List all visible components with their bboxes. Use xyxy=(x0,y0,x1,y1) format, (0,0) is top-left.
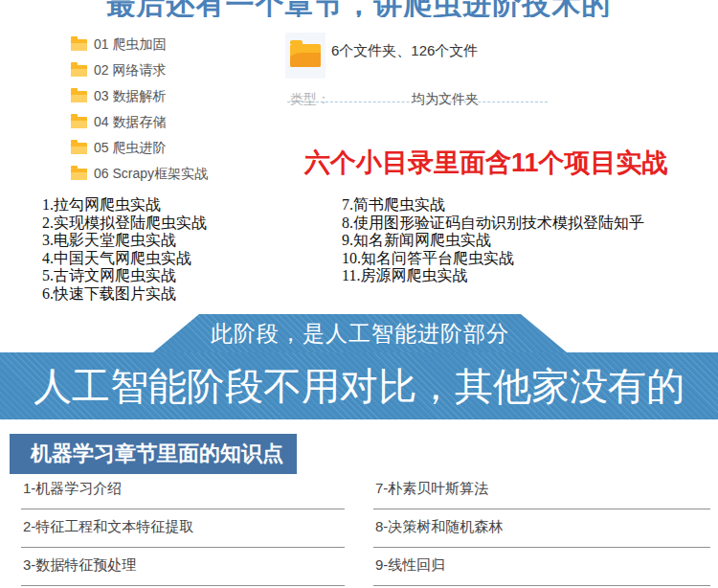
folder-summary: 6个文件夹、126个文件 xyxy=(331,42,478,60)
folder-icon xyxy=(71,39,87,51)
folder-icon xyxy=(71,169,87,180)
project-item: 2.实现模拟登陆爬虫实战 xyxy=(42,215,207,233)
top-caption-clip: 最后还有一个章节，讲爬虫进阶技术的 xyxy=(0,0,718,17)
top-caption: 最后还有一个章节，讲爬虫进阶技术的 xyxy=(0,0,718,17)
folder-item[interactable]: 06 Scrapy框架实战 xyxy=(71,161,208,187)
folder-item-label: 05 爬虫进阶 xyxy=(94,140,166,157)
folder-item-label: 04 数据存储 xyxy=(94,114,166,131)
folder-item-label: 03 数据解析 xyxy=(94,88,166,105)
folder-item-label: 02 网络请求 xyxy=(94,62,166,79)
folder-icon xyxy=(71,143,87,154)
highlight-text: 六个小目录里面含11个项目实战 xyxy=(304,146,668,180)
folder-item[interactable]: 05 爬虫进阶 xyxy=(71,135,208,161)
folder-item[interactable]: 04 数据存储 xyxy=(71,109,208,135)
ml-list-right: 7-朴素贝叶斯算法 8-决策树和随机森林 9-线性回归 xyxy=(373,471,710,586)
banner-title: 人工智能阶段不用对比，其他家没有的 xyxy=(34,360,684,413)
folder-item-label: 06 Scrapy框架实战 xyxy=(94,166,208,183)
folder-item[interactable]: 01 爬虫加固 xyxy=(71,32,208,57)
project-item: 6.快速下载图片实战 xyxy=(42,285,207,304)
project-item: 11.房源网爬虫实战 xyxy=(342,267,644,285)
folder-icon xyxy=(71,65,87,77)
folder-list: 01 爬虫加固 02 网络请求 03 数据解析 04 数据存储 05 爬虫进阶 … xyxy=(71,32,208,187)
ml-section-header: 机器学习章节里面的知识点 xyxy=(10,434,297,474)
ml-item: 8-决策树和随机森林 xyxy=(373,509,710,548)
type-value: 均为文件夹 xyxy=(412,91,479,108)
banner-tab: 此阶段，是人工智能进阶部分 xyxy=(153,314,567,352)
project-item: 10.知名问答平台爬虫实战 xyxy=(342,250,644,268)
ml-item: 9-线性回归 xyxy=(373,548,710,586)
project-item: 7.简书爬虫实战 xyxy=(342,196,644,215)
ml-item: 1-机器学习介绍 xyxy=(21,471,345,509)
folder-item-label: 01 爬虫加固 xyxy=(94,36,166,54)
big-folder-icon xyxy=(285,33,325,79)
project-item: 1.拉勾网爬虫实战 xyxy=(42,196,207,215)
ml-list-left: 1-机器学习介绍 2-特征工程和文本特征提取 3-数据特征预处理 xyxy=(21,471,345,586)
project-list-right: 7.简书爬虫实战 8.使用图形验证码自动识别技术模拟登陆知乎 9.知名新闻网爬虫… xyxy=(342,196,644,285)
project-item: 4.中国天气网爬虫实战 xyxy=(42,250,207,268)
folder-item[interactable]: 02 网络请求 xyxy=(71,57,208,83)
project-list-left: 1.拉勾网爬虫实战 2.实现模拟登陆爬虫实战 3.电影天堂爬虫实战 4.中国天气… xyxy=(42,196,207,303)
banner-tab-text: 此阶段，是人工智能进阶部分 xyxy=(211,319,509,349)
folder-icon xyxy=(71,117,87,128)
ml-item: 2-特征工程和文本特征提取 xyxy=(21,509,345,548)
project-item: 9.知名新闻网爬虫实战 xyxy=(342,232,644,250)
ml-item: 3-数据特征预处理 xyxy=(21,548,345,586)
project-item: 3.电影天堂爬虫实战 xyxy=(42,232,207,250)
folder-icon xyxy=(71,91,87,102)
project-item: 8.使用图形验证码自动识别技术模拟登陆知乎 xyxy=(342,215,644,233)
type-label: 类型： xyxy=(290,91,330,108)
folder-item[interactable]: 03 数据解析 xyxy=(71,83,208,109)
banner-bar: 人工智能阶段不用对比，其他家没有的 xyxy=(0,352,718,419)
project-item: 5.古诗文网爬虫实战 xyxy=(42,267,207,285)
ml-item: 7-朴素贝叶斯算法 xyxy=(373,471,710,509)
